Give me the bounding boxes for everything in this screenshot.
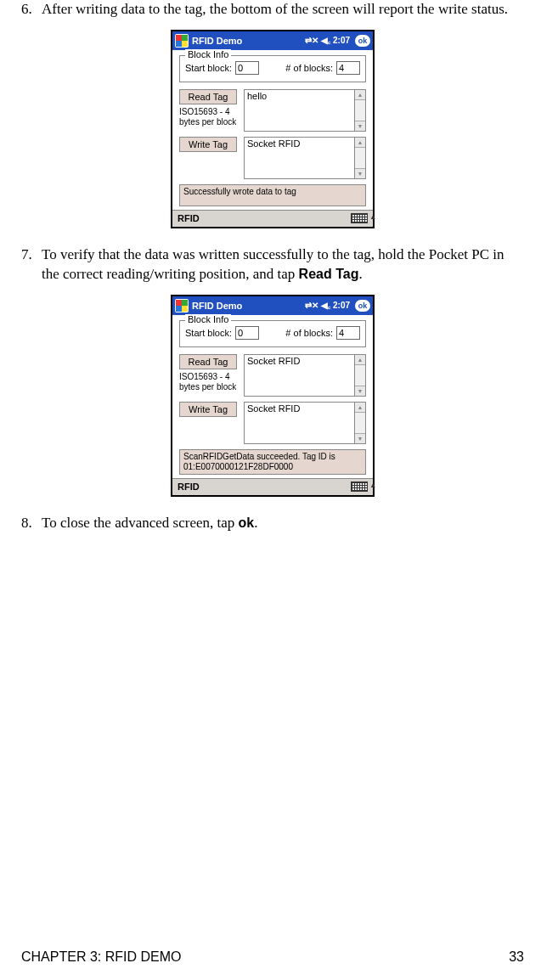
scroll-track[interactable]: [355, 148, 365, 168]
block-info-legend: Block Info: [185, 314, 231, 324]
read-tag-button[interactable]: Read Tag: [179, 89, 237, 104]
step-number: 7.: [21, 245, 42, 284]
bottom-bar-label[interactable]: RFID: [178, 482, 200, 492]
write-tag-button[interactable]: Write Tag: [179, 402, 237, 417]
scroll-up-icon[interactable]: ▲: [355, 403, 365, 413]
ok-button[interactable]: ok: [355, 35, 370, 47]
status-icons: ⇄✕ ◀꜀ 2:07 ok: [305, 300, 370, 312]
page-footer: CHAPTER 3: RFID DEMO 33: [21, 949, 524, 965]
scroll-up-icon[interactable]: ▲: [355, 355, 365, 365]
num-blocks-input[interactable]: [336, 61, 360, 75]
scroll-track[interactable]: [355, 100, 365, 121]
scroll-track[interactable]: [355, 365, 365, 386]
scrollbar[interactable]: ▲ ▼: [354, 354, 366, 397]
tag-info-text: ISO15693 - 4 bytes per block: [179, 107, 239, 127]
scroll-down-icon[interactable]: ▼: [355, 386, 365, 396]
scroll-up-icon[interactable]: ▲: [355, 138, 365, 148]
step-text: To close the advanced screen, tap ok.: [42, 514, 524, 533]
bottom-bar-label[interactable]: RFID: [178, 213, 200, 223]
status-icons: ⇄✕ ◀꜀ 2:07 ok: [305, 35, 370, 47]
scroll-down-icon[interactable]: ▼: [355, 121, 365, 131]
speaker-icon[interactable]: ◀꜀: [321, 36, 330, 46]
step-number: 6.: [21, 0, 42, 20]
read-output-textarea[interactable]: hello: [244, 89, 354, 132]
clock: 2:07: [333, 36, 350, 45]
scrollbar[interactable]: ▲ ▼: [354, 137, 366, 179]
app-title: RFID Demo: [192, 36, 305, 46]
bottom-bar: RFID: [172, 478, 373, 495]
scroll-down-icon[interactable]: ▼: [355, 168, 365, 178]
start-icon[interactable]: [175, 299, 189, 313]
block-info-legend: Block Info: [185, 49, 231, 59]
status-message: ScanRFIDGetData succeeded. Tag ID is 01:…: [179, 449, 366, 475]
scrollbar[interactable]: ▲ ▼: [354, 402, 366, 444]
keyboard-icon[interactable]: [351, 482, 368, 492]
app-body: Block Info Start block: # of blocks: Rea…: [172, 315, 373, 478]
device-window: RFID Demo ⇄✕ ◀꜀ 2:07 ok Block Info Start…: [171, 30, 375, 228]
start-icon[interactable]: [175, 34, 189, 48]
app-body: Block Info Start block: # of blocks: Rea…: [172, 50, 373, 210]
num-blocks-label: # of blocks:: [285, 328, 333, 338]
scroll-up-icon[interactable]: ▲: [355, 90, 365, 100]
chapter-label: CHAPTER 3: RFID DEMO: [21, 949, 181, 965]
step-text: After writing data to the tag, the botto…: [42, 0, 524, 20]
start-block-label: Start block:: [185, 63, 232, 73]
block-info-group: Block Info Start block: # of blocks:: [179, 55, 366, 82]
step-6: 6. After writing data to the tag, the bo…: [21, 0, 524, 20]
ok-button[interactable]: ok: [355, 300, 370, 312]
action-label: ok: [239, 515, 255, 530]
write-input-textarea[interactable]: Socket RFID: [244, 402, 354, 444]
step-7: 7. To verify that the data was written s…: [21, 245, 524, 284]
read-output-textarea[interactable]: Socket RFID: [244, 354, 354, 397]
app-title: RFID Demo: [192, 301, 305, 311]
status-message: Successfully wrote data to tag: [179, 184, 366, 206]
block-info-group: Block Info Start block: # of blocks:: [179, 320, 366, 347]
screenshot-2: RFID Demo ⇄✕ ◀꜀ 2:07 ok Block Info Start…: [21, 295, 524, 497]
step-text: To verify that the data was written succ…: [42, 245, 524, 284]
clock: 2:07: [333, 301, 350, 310]
start-block-input[interactable]: [235, 61, 259, 75]
status-bar: RFID Demo ⇄✕ ◀꜀ 2:07 ok: [172, 296, 373, 315]
write-input-textarea[interactable]: Socket RFID: [244, 137, 354, 179]
page-number: 33: [509, 949, 524, 965]
tag-info-text: ISO15693 - 4 bytes per block: [179, 372, 239, 392]
num-blocks-label: # of blocks:: [285, 63, 333, 73]
num-blocks-input[interactable]: [336, 326, 360, 340]
connectivity-icon[interactable]: ⇄✕: [305, 36, 318, 45]
start-block-input[interactable]: [235, 326, 259, 340]
start-block-label: Start block:: [185, 328, 232, 338]
step-8: 8. To close the advanced screen, tap ok.: [21, 514, 524, 533]
bottom-bar: RFID: [172, 210, 373, 227]
scrollbar[interactable]: ▲ ▼: [354, 89, 366, 132]
action-label: Read Tag: [299, 267, 359, 281]
speaker-icon[interactable]: ◀꜀: [321, 301, 330, 311]
read-tag-button[interactable]: Read Tag: [179, 354, 237, 369]
scroll-down-icon[interactable]: ▼: [355, 433, 365, 443]
connectivity-icon[interactable]: ⇄✕: [305, 301, 318, 310]
write-tag-button[interactable]: Write Tag: [179, 137, 237, 152]
device-window: RFID Demo ⇄✕ ◀꜀ 2:07 ok Block Info Start…: [171, 295, 375, 497]
keyboard-icon[interactable]: [351, 213, 368, 223]
status-bar: RFID Demo ⇄✕ ◀꜀ 2:07 ok: [172, 31, 373, 50]
step-number: 8.: [21, 514, 42, 533]
scroll-track[interactable]: [355, 413, 365, 433]
screenshot-1: RFID Demo ⇄✕ ◀꜀ 2:07 ok Block Info Start…: [21, 30, 524, 228]
